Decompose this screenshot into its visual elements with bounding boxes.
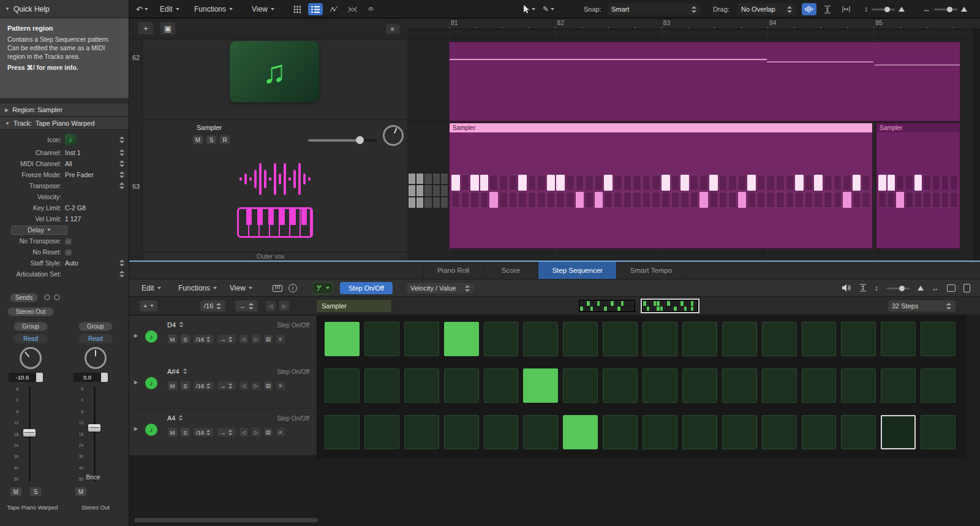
- step-cell[interactable]: [682, 322, 717, 356]
- pattern-shift-left-button[interactable]: ◁: [265, 300, 276, 311]
- step-cell[interactable]: [325, 415, 360, 449]
- step-cell[interactable]: [643, 322, 677, 356]
- step-cell[interactable]: [921, 415, 956, 449]
- stepper-icon[interactable]: [206, 336, 211, 342]
- checkbox[interactable]: [65, 238, 72, 245]
- stepper-icon[interactable]: [228, 336, 233, 342]
- step-cell[interactable]: [881, 415, 916, 449]
- panel-icon[interactable]: [963, 284, 970, 292]
- fit-vertical-icon[interactable]: [820, 3, 835, 15]
- step-cell[interactable]: [563, 415, 598, 449]
- stepper-icon[interactable]: [119, 160, 125, 168]
- record-button[interactable]: R: [219, 135, 230, 145]
- step-cell[interactable]: [444, 415, 479, 449]
- drag-select[interactable]: No Overlap: [737, 3, 796, 15]
- menu-functions[interactable]: Functions: [194, 5, 233, 13]
- add-track-button[interactable]: +: [138, 21, 154, 35]
- inspector-row[interactable]: Freeze Mode:Pre Fader: [0, 169, 129, 180]
- duplicate-track-button[interactable]: ▣: [160, 21, 176, 35]
- automation-mode-left[interactable]: Read: [13, 334, 48, 343]
- stepper-icon[interactable]: [179, 414, 183, 421]
- horizontal-zoom-icon[interactable]: ↔: [932, 284, 939, 292]
- inspector-row[interactable]: No Reset:: [0, 246, 129, 257]
- tab-score[interactable]: Score: [483, 262, 538, 279]
- inspector-row[interactable]: Vel Limit:1 127: [0, 213, 129, 224]
- pointer-tool[interactable]: [521, 3, 537, 15]
- track-icon-tile[interactable]: ♫: [230, 41, 319, 102]
- solo-button[interactable]: S: [180, 427, 190, 437]
- disclosure-triangle-icon[interactable]: ▶: [134, 379, 138, 385]
- tab-piano-roll[interactable]: Piano Roll: [423, 262, 483, 279]
- mute-button[interactable]: M: [167, 334, 178, 344]
- mute-button[interactable]: M: [192, 135, 203, 145]
- step-cell[interactable]: [325, 322, 360, 356]
- track-section-header[interactable]: ▼ Track: Tape Piano Warped: [0, 116, 129, 130]
- region-sampler-main[interactable]: Sampler: [449, 123, 873, 249]
- step-cell[interactable]: [444, 322, 479, 356]
- stepper-icon[interactable]: [179, 321, 184, 327]
- step-cell[interactable]: [484, 415, 519, 449]
- step-cell[interactable]: [603, 322, 638, 356]
- step-cell[interactable]: [484, 368, 519, 403]
- value-mode-select[interactable]: Velocity / Value: [406, 282, 475, 294]
- step-cell[interactable]: [802, 368, 837, 403]
- step-cell[interactable]: [364, 322, 399, 356]
- step-cell[interactable]: [762, 415, 797, 449]
- region-sampler-right[interactable]: Sampler: [876, 123, 960, 249]
- track-name[interactable]: Sampler: [197, 124, 222, 131]
- pattern-shift-right-button[interactable]: ▷: [279, 300, 290, 311]
- shift-right-button[interactable]: ▷: [251, 334, 261, 344]
- checkbox[interactable]: [65, 249, 72, 256]
- step-cell[interactable]: [722, 322, 757, 356]
- grid-view-icon[interactable]: [290, 3, 304, 15]
- mute-button-right[interactable]: M: [75, 487, 87, 497]
- step-cell[interactable]: [444, 368, 479, 403]
- fader-cap[interactable]: [88, 424, 100, 432]
- step-cell[interactable]: [921, 322, 956, 356]
- stepper-icon[interactable]: [119, 149, 125, 157]
- solo-button-left[interactable]: S: [29, 487, 42, 497]
- inspector-row[interactable]: Velocity:: [0, 191, 129, 202]
- send-knob-icon[interactable]: [54, 294, 60, 300]
- editor-menu-edit[interactable]: Edit: [141, 284, 161, 292]
- horizontal-scrollbar[interactable]: [134, 518, 318, 522]
- keyboard-icon[interactable]: [270, 282, 285, 294]
- inspector-row[interactable]: Articulation Set:: [0, 269, 129, 280]
- inspector-row[interactable]: Staff Style:Auto: [0, 257, 129, 269]
- stepper-icon[interactable]: [119, 136, 125, 144]
- step-cell[interactable]: [523, 322, 558, 356]
- step-cell[interactable]: [881, 368, 916, 403]
- velocity-meter-icon[interactable]: ▤: [263, 334, 273, 344]
- shift-left-button[interactable]: ◁: [239, 334, 249, 344]
- pencil-tool[interactable]: ✎: [541, 3, 556, 15]
- send-knob-icon[interactable]: [44, 294, 50, 300]
- fit-vertical-icon[interactable]: [859, 284, 867, 293]
- group-button-left[interactable]: Group: [13, 322, 48, 331]
- solo-button[interactable]: S: [206, 135, 217, 145]
- gate-icon[interactable]: ≡: [276, 381, 285, 391]
- edit-mode-button[interactable]: Step On/Off: [340, 282, 393, 294]
- horizontal-zoom-slider[interactable]: [934, 9, 957, 10]
- inspector-row[interactable]: Key Limit:C-2 G8: [0, 202, 129, 213]
- step-cell[interactable]: [881, 322, 916, 356]
- stepper-icon[interactable]: [119, 259, 125, 267]
- playmode-select[interactable]: →: [217, 427, 236, 437]
- solo-button[interactable]: S: [180, 381, 190, 391]
- step-cell[interactable]: [802, 415, 837, 449]
- waveform-zoom-icon[interactable]: [802, 3, 816, 15]
- step-cell[interactable]: [603, 415, 638, 449]
- fader-cap[interactable]: [23, 429, 36, 436]
- playmode-select[interactable]: →: [217, 334, 236, 344]
- step-cell[interactable]: [722, 368, 757, 403]
- window-icon[interactable]: [947, 284, 956, 292]
- disclosure-triangle-icon[interactable]: ▶: [134, 333, 138, 338]
- stepper-icon[interactable]: [206, 383, 211, 389]
- gate-icon[interactable]: ≡: [276, 427, 285, 437]
- pattern-preview-2[interactable]: [642, 300, 698, 312]
- step-cell[interactable]: [841, 415, 876, 449]
- mute-button-left[interactable]: M: [10, 487, 22, 497]
- track-header-options-icon[interactable]: ≡: [385, 23, 400, 34]
- step-cell[interactable]: [802, 322, 837, 356]
- step-cell[interactable]: [841, 368, 876, 403]
- pattern-playmode-select[interactable]: →: [235, 300, 258, 312]
